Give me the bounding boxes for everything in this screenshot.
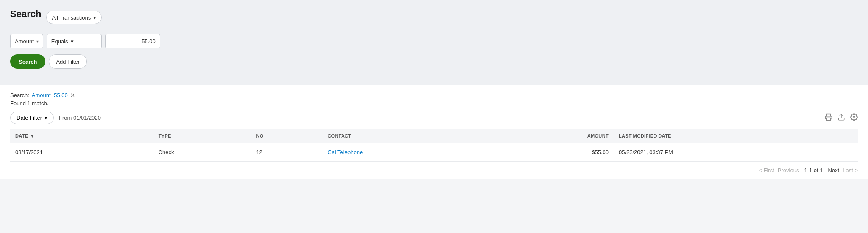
cell-type: Check xyxy=(153,143,251,162)
cell-amount: $55.00 xyxy=(494,143,614,162)
search-button[interactable]: Search xyxy=(10,54,45,69)
results-table: DATE ▼ TYPE NO. CONTACT AMOUNT LAST MODI… xyxy=(10,129,858,162)
date-from-text: From 01/01/2020 xyxy=(59,115,101,121)
results-area: Search: Amount=55.00 ✕ Found 1 match. Da… xyxy=(0,85,868,162)
field-chevron-icon: ▾ xyxy=(36,39,39,44)
date-filter-area: Date Filter ▾ From 01/01/2020 xyxy=(10,112,101,124)
pagination-next[interactable]: Next xyxy=(828,167,839,174)
condition-chevron-icon: ▾ xyxy=(71,38,74,45)
add-filter-button[interactable]: Add Filter xyxy=(49,54,87,69)
contact-link[interactable]: Cal Telephone xyxy=(328,149,363,155)
col-no: NO. xyxy=(251,129,323,143)
export-icon[interactable] xyxy=(837,113,845,123)
date-filter-label: Date Filter xyxy=(17,115,42,121)
search-panel: Search All Transactions ▾ Amount ▾ Equal… xyxy=(0,0,868,85)
table-controls: Date Filter ▾ From 01/01/2020 xyxy=(10,112,858,124)
page-title: Search xyxy=(10,8,41,20)
pagination-previous[interactable]: Previous xyxy=(778,167,799,174)
cell-contact: Cal Telephone xyxy=(323,143,494,162)
pagination-first[interactable]: < First xyxy=(759,167,774,174)
table-row: 03/17/2021 Check 12 Cal Telephone $55.00… xyxy=(10,143,858,162)
title-row: Search All Transactions ▾ xyxy=(10,8,858,26)
cell-date: 03/17/2021 xyxy=(10,143,153,162)
cell-last-modified: 05/23/2021, 03:37 PM xyxy=(614,143,858,162)
settings-icon[interactable] xyxy=(850,113,858,123)
action-row: Search Add Filter xyxy=(10,54,858,69)
date-filter-chevron-icon: ▾ xyxy=(45,115,47,121)
all-transactions-label: All Transactions xyxy=(52,14,91,21)
pagination: < First Previous 1-1 of 1 Next Last > xyxy=(0,162,868,179)
filter-tag: Amount=55.00 xyxy=(32,92,68,98)
condition-label: Equals xyxy=(51,38,68,45)
filter-row: Amount ▾ Equals ▾ xyxy=(10,34,858,48)
svg-point-2 xyxy=(853,116,855,118)
chevron-down-icon: ▾ xyxy=(93,14,96,21)
cell-no: 12 xyxy=(251,143,323,162)
sort-icon: ▼ xyxy=(31,134,34,138)
svg-rect-0 xyxy=(827,118,831,120)
table-header-row: DATE ▼ TYPE NO. CONTACT AMOUNT LAST MODI… xyxy=(10,129,858,143)
search-label: Search: xyxy=(10,92,29,98)
col-amount: AMOUNT xyxy=(494,129,614,143)
print-icon[interactable] xyxy=(825,113,832,123)
field-dropdown[interactable]: Amount ▾ xyxy=(10,34,43,48)
search-summary: Search: Amount=55.00 ✕ xyxy=(10,92,858,98)
field-label: Amount xyxy=(15,38,34,45)
col-type: TYPE xyxy=(153,129,251,143)
table-action-icons xyxy=(825,113,858,123)
col-last-modified: LAST MODIFIED DATE xyxy=(614,129,858,143)
all-transactions-dropdown[interactable]: All Transactions ▾ xyxy=(46,11,102,24)
pagination-range: 1-1 of 1 xyxy=(804,167,823,174)
date-filter-button[interactable]: Date Filter ▾ xyxy=(10,112,54,124)
found-match-text: Found 1 match. xyxy=(10,100,858,107)
condition-dropdown[interactable]: Equals ▾ xyxy=(47,34,102,48)
close-filter-icon[interactable]: ✕ xyxy=(70,92,75,98)
col-date[interactable]: DATE ▼ xyxy=(10,129,153,143)
col-contact: CONTACT xyxy=(323,129,494,143)
pagination-last[interactable]: Last > xyxy=(843,167,858,174)
filter-value-input[interactable] xyxy=(105,34,160,48)
